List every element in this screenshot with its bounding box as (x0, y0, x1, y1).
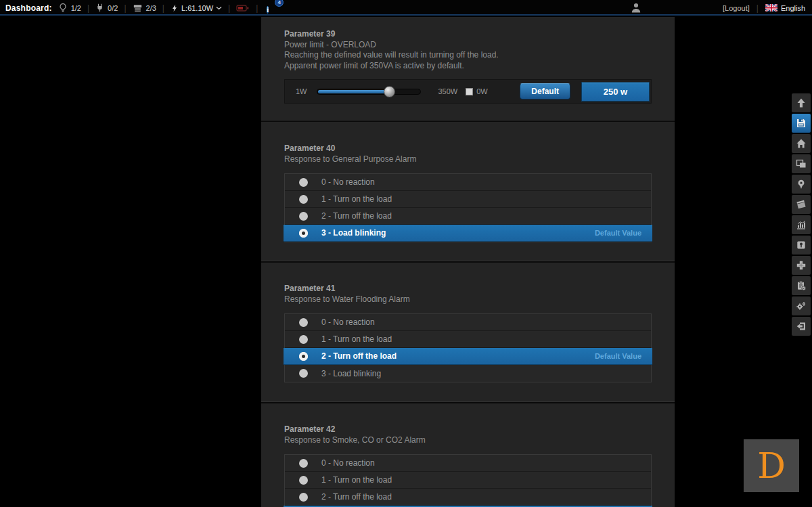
save-icon (796, 118, 807, 129)
option-row-selected[interactable]: 2 - Turn off the loadDefault Value (284, 348, 652, 365)
option-label: 3 - Load blinking (321, 369, 381, 378)
power-usage-dropdown[interactable]: L:61.10W (171, 3, 222, 13)
separator: | (256, 3, 258, 13)
parameters-panel: Parameter 39 Power limit - OVERLOAD Reac… (261, 17, 675, 507)
location-button[interactable] (792, 175, 811, 194)
default-button[interactable]: Default (520, 83, 570, 100)
blinds-icon (133, 3, 143, 13)
radio-icon[interactable] (299, 318, 308, 327)
slider-fill (318, 90, 391, 93)
power-usage-label: L:61.10W (181, 4, 213, 12)
plug-icon (95, 3, 104, 13)
language-selector[interactable]: English (765, 4, 805, 12)
option-label: 1 - Turn on the load (321, 194, 392, 204)
option-label: 3 - Load blinking (321, 228, 386, 238)
zero-watt-checkbox[interactable] (466, 88, 473, 95)
lights-group[interactable]: 1/2 (58, 3, 81, 13)
parameter-42-section: Parameter 42 Response to Smoke, CO or CO… (261, 403, 675, 507)
scroll-top-button[interactable] (792, 93, 811, 112)
notifications-button[interactable]: i 4 (267, 3, 277, 14)
separator: | (757, 3, 759, 13)
chevron-down-icon (216, 6, 222, 10)
separator: | (124, 3, 126, 13)
lightning-icon (171, 3, 179, 13)
option-list: 0 - No reaction 1 - Turn on the load 2 -… (284, 173, 652, 242)
top-bar: Dashboard: 1/2 | 0/2 | 2/3 | L:61.10W | … (0, 0, 812, 16)
scenes-icon (796, 199, 807, 210)
option-row[interactable]: 3 - Load blinking (285, 365, 651, 382)
radio-selected-icon[interactable] (299, 229, 308, 238)
parameter-40-section: Parameter 40 Response to General Purpose… (261, 122, 675, 261)
option-row[interactable]: 2 - Turn off the load (285, 489, 651, 506)
radio-icon[interactable] (299, 335, 308, 344)
dashboard-label: Dashboard: (5, 3, 52, 13)
radio-icon[interactable] (299, 212, 308, 221)
option-row[interactable]: 0 - No reaction (285, 455, 651, 472)
tool-sidebar (792, 93, 811, 337)
option-row[interactable]: 1 - Turn on the load (285, 191, 651, 208)
radio-icon[interactable] (299, 195, 308, 204)
clipboard-check-icon (796, 280, 807, 291)
option-row[interactable]: 1 - Turn on the load (285, 472, 651, 489)
option-list: 0 - No reaction 1 - Turn on the load 2 -… (284, 454, 652, 507)
backup-box-icon (796, 240, 807, 250)
slider-max-label: 350W (438, 87, 458, 95)
info-icon: i (267, 6, 269, 14)
logout-button[interactable]: [Logout] (723, 4, 750, 12)
parameter-id: Parameter 41 (284, 284, 652, 294)
backup-button[interactable] (792, 236, 811, 255)
user-menu-button[interactable] (631, 3, 641, 16)
option-label: 0 - No reaction (321, 317, 375, 327)
reports-button[interactable] (792, 276, 811, 295)
radio-icon[interactable] (299, 459, 308, 468)
power-limit-slider[interactable] (317, 89, 421, 95)
option-row[interactable]: 0 - No reaction (285, 314, 651, 331)
parameter-id: Parameter 42 (284, 424, 652, 435)
parameter-description: Reaching the defined value will result i… (284, 50, 652, 61)
plugs-group[interactable]: 0/2 (95, 3, 118, 13)
option-label: 0 - No reaction (321, 458, 375, 468)
language-label: English (781, 4, 805, 12)
option-label: 1 - Turn on the load (321, 475, 392, 485)
plugs-count: 0/2 (108, 4, 118, 12)
battery-icon[interactable] (236, 3, 250, 13)
power-limit-slider-row: 1W 350W 0W Default 250 w (284, 79, 652, 104)
notification-count-badge: 4 (275, 0, 284, 7)
statistics-button[interactable] (792, 215, 811, 234)
scenes-button[interactable] (792, 195, 811, 214)
plugins-plus-icon (796, 260, 807, 271)
exit-icon (796, 321, 807, 332)
uk-flag-icon (765, 4, 777, 12)
radio-icon[interactable] (299, 369, 308, 378)
default-value-badge: Default Value (595, 352, 641, 360)
blinds-group[interactable]: 2/3 (133, 3, 156, 13)
option-label: 2 - Turn off the load (321, 351, 397, 361)
brand-logo: D (744, 439, 799, 492)
exit-button[interactable] (792, 317, 811, 336)
save-button[interactable] (792, 114, 811, 133)
location-pin-icon (796, 179, 807, 190)
radio-selected-icon[interactable] (299, 352, 308, 361)
option-row[interactable]: 0 - No reaction (285, 174, 651, 191)
slider-handle[interactable] (384, 86, 395, 97)
option-label: 2 - Turn off the load (321, 492, 392, 502)
statistics-icon (796, 219, 807, 230)
home-button[interactable] (792, 134, 811, 153)
arrow-up-icon (796, 97, 807, 108)
plugins-button[interactable] (792, 256, 811, 275)
radio-icon[interactable] (299, 476, 308, 485)
option-row[interactable]: 2 - Turn off the load (285, 208, 651, 225)
option-label: 1 - Turn on the load (321, 334, 392, 344)
gears-icon (796, 301, 807, 311)
radio-icon[interactable] (299, 178, 308, 187)
radio-icon[interactable] (299, 493, 308, 502)
rooms-button[interactable] (792, 154, 811, 173)
option-row[interactable]: 1 - Turn on the load (285, 331, 651, 348)
settings-button[interactable] (792, 296, 811, 315)
parameter-name: Response to General Purpose Alarm (284, 154, 652, 165)
separator: | (87, 3, 89, 13)
option-row-selected[interactable]: 3 - Load blinkingDefault Value (284, 225, 652, 242)
parameter-description: Apparent power limit of 350VA is active … (284, 61, 652, 72)
power-limit-value[interactable]: 250 w (581, 82, 650, 102)
option-list: 0 - No reaction 1 - Turn on the load 2 -… (284, 313, 652, 382)
